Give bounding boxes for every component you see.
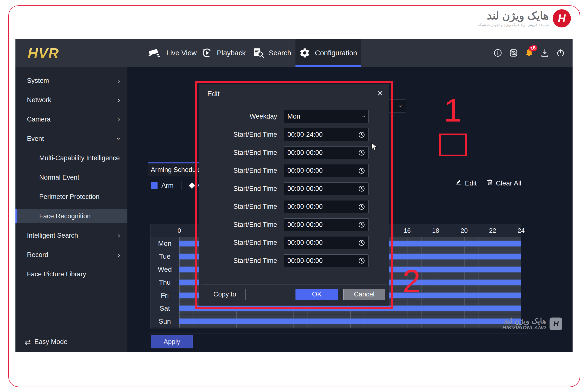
vendor-logo-top: H هایک ویژن لند نماینده فروش برند هایک و… bbox=[478, 9, 571, 28]
time-row-label: Start/End Time bbox=[199, 236, 277, 249]
sidebar-item-record[interactable]: Record› bbox=[16, 248, 128, 262]
apply-button[interactable]: Apply bbox=[151, 335, 193, 348]
close-icon[interactable]: × bbox=[377, 88, 383, 98]
edit-button[interactable]: Edit bbox=[456, 179, 476, 187]
weekday-row: Weekday Mon › bbox=[199, 110, 389, 123]
clock-icon[interactable] bbox=[358, 132, 365, 138]
sidebar-item-label: Record bbox=[27, 251, 48, 259]
dialog-title: Edit bbox=[207, 90, 220, 98]
mouse-cursor bbox=[371, 142, 379, 153]
weekday-label: Weekday bbox=[199, 110, 277, 123]
chevron-right-icon: › bbox=[118, 77, 120, 84]
tab-arming-schedule[interactable]: Arming Schedule bbox=[148, 162, 204, 176]
time-row-5: Start/End Time00:00-00:00 bbox=[199, 200, 389, 213]
time-range-value: 00:00-24:00 bbox=[288, 131, 323, 138]
clock-icon[interactable] bbox=[358, 186, 365, 192]
nav-configuration[interactable]: Configuration bbox=[296, 39, 361, 67]
clear-all-button[interactable]: Clear All bbox=[486, 179, 521, 188]
time-range-input[interactable]: 00:00-00:00 bbox=[284, 182, 368, 195]
sidebar-item-label: Face Picture Library bbox=[27, 270, 86, 278]
vendor-name: هایک ویژن لند bbox=[478, 10, 549, 22]
nav-right-icons: 16 bbox=[494, 39, 565, 67]
vendor-logo-bottom: H هایک ویژن لند HIKVISIONLAND bbox=[502, 317, 562, 330]
cancel-button[interactable]: Cancel bbox=[343, 289, 385, 300]
easy-mode-button[interactable]: ⇄ Easy Mode bbox=[25, 338, 68, 346]
ok-button[interactable]: OK bbox=[296, 289, 338, 300]
nav-playback[interactable]: Playback bbox=[202, 39, 246, 67]
sidebar-item-network[interactable]: Network› bbox=[16, 93, 128, 107]
eraser-icon bbox=[189, 182, 195, 189]
legend-arm-label: Arm bbox=[162, 182, 174, 190]
sidebar-item-perimeter-protection[interactable]: Perimeter Protection bbox=[16, 190, 128, 204]
chevron-down-icon: › bbox=[360, 116, 367, 117]
time-range-input[interactable]: 00:00-00:00 bbox=[284, 236, 368, 249]
time-range-input[interactable]: 00:00-00:00 bbox=[284, 218, 368, 231]
clock-icon[interactable] bbox=[358, 150, 365, 156]
weekday-select[interactable]: Mon › bbox=[284, 110, 368, 123]
time-range-input[interactable]: 00:00-00:00 bbox=[284, 254, 368, 267]
grid-tools: Edit Clear All bbox=[456, 179, 521, 188]
day-label: Sat bbox=[150, 302, 179, 314]
search-icon bbox=[252, 48, 264, 58]
sidebar-item-multi-capability-intelligence[interactable]: Multi-Capability Intelligence bbox=[16, 151, 128, 165]
info-icon[interactable] bbox=[494, 49, 502, 57]
arm-period-bar[interactable] bbox=[179, 318, 521, 324]
time-row-label: Start/End Time bbox=[199, 200, 277, 213]
time-range-value: 00:00-00:00 bbox=[288, 203, 323, 210]
day-label: Mon bbox=[150, 237, 179, 250]
clock-icon[interactable] bbox=[358, 240, 365, 246]
hour-label: 24 bbox=[518, 227, 525, 234]
clock-icon[interactable] bbox=[358, 222, 365, 228]
nav-live-view-label: Live View bbox=[166, 49, 197, 57]
time-row-6: Start/End Time00:00-00:00 bbox=[199, 218, 389, 231]
arm-period-bar[interactable] bbox=[179, 306, 521, 312]
sidebar-item-label: Network bbox=[27, 96, 51, 104]
playback-icon bbox=[202, 48, 212, 58]
copy-to-button[interactable]: Copy to bbox=[204, 289, 246, 300]
chevron-right-icon: › bbox=[118, 232, 120, 239]
time-range-input[interactable]: 00:00-00:00 bbox=[284, 200, 368, 213]
chevron-right-icon: › bbox=[118, 96, 120, 104]
time-row-label: Start/End Time bbox=[199, 218, 277, 231]
nav-search-label: Search bbox=[269, 49, 291, 57]
time-range-input[interactable]: 00:00-00:00 bbox=[284, 146, 368, 159]
sidebar-item-system[interactable]: System› bbox=[16, 74, 128, 88]
sidebar-item-label: Event bbox=[27, 135, 44, 142]
clock-icon[interactable] bbox=[358, 204, 365, 210]
pencil-icon bbox=[456, 179, 462, 187]
time-row-label: Start/End Time bbox=[199, 254, 277, 267]
nav-search[interactable]: Search bbox=[252, 39, 291, 67]
nav-live-view[interactable]: Live View bbox=[148, 39, 197, 67]
tab-arming-schedule-label: Arming Schedule bbox=[151, 166, 201, 174]
download-icon[interactable] bbox=[541, 49, 549, 57]
vendor-bottom-name: هایک ویژن لند bbox=[502, 317, 546, 324]
chevron-down-icon: › bbox=[397, 105, 404, 107]
sidebar-item-face-recognition[interactable]: Face Recognition bbox=[16, 209, 128, 223]
sidebar-item-camera[interactable]: Camera› bbox=[16, 112, 128, 126]
clock-icon[interactable] bbox=[358, 258, 365, 264]
hour-label: 18 bbox=[432, 227, 439, 234]
camera-icon bbox=[148, 48, 162, 58]
sidebar-item-normal-event[interactable]: Normal Event bbox=[16, 170, 128, 184]
time-range-input[interactable]: 00:00-00:00 bbox=[284, 164, 368, 177]
bell-icon[interactable]: 16 bbox=[525, 49, 533, 57]
sidebar-item-label: System bbox=[27, 77, 49, 84]
hour-label: 22 bbox=[489, 227, 496, 234]
power-icon[interactable] bbox=[556, 49, 565, 57]
schedule-track[interactable] bbox=[179, 315, 521, 328]
clock-icon[interactable] bbox=[358, 168, 365, 174]
schedule-row-sun[interactable]: Sun bbox=[150, 315, 521, 328]
time-range-value: 00:00-00:00 bbox=[288, 167, 323, 174]
sidebar-item-face-picture-library[interactable]: Face Picture Library bbox=[16, 267, 128, 281]
vendor-logo-bottom-mark: H bbox=[550, 318, 562, 330]
hour-label: 16 bbox=[404, 227, 411, 234]
day-label: Thu bbox=[150, 276, 179, 288]
sidebar-item-intelligent-search[interactable]: Intelligent Search› bbox=[16, 228, 128, 242]
sidebar-item-event[interactable]: Event› bbox=[16, 132, 128, 146]
chevron-down-icon: › bbox=[115, 138, 122, 140]
easy-mode-label: Easy Mode bbox=[34, 338, 68, 346]
time-row-4: Start/End Time00:00-00:00 bbox=[199, 182, 389, 195]
record-off-icon[interactable] bbox=[509, 49, 518, 57]
time-range-input[interactable]: 00:00-24:00 bbox=[284, 128, 368, 141]
legend-divider bbox=[182, 181, 182, 190]
